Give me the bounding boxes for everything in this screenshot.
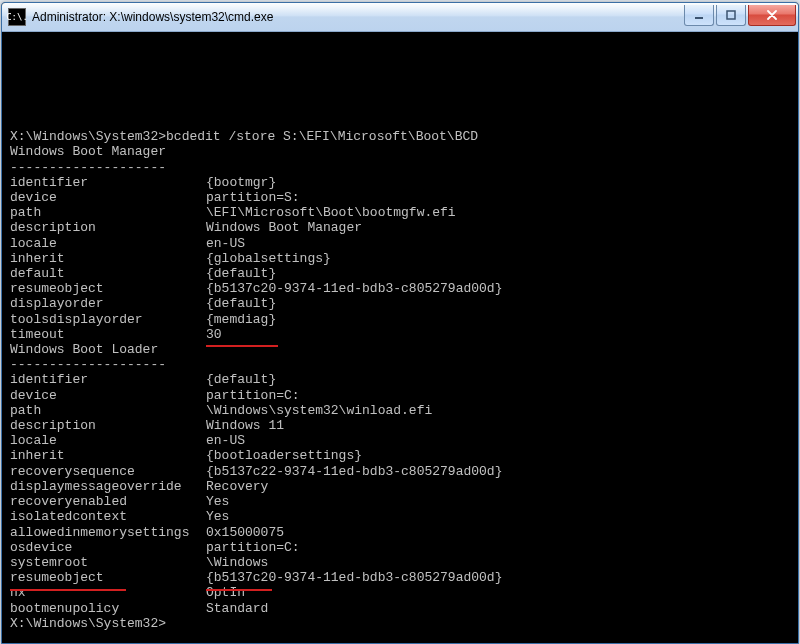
svg-rect-1 [727,11,735,19]
kv-key: identifier [10,175,206,190]
kv-row: resumeobject{b5137c20-9374-11ed-bdb3-c80… [10,281,790,296]
kv-row: recoverysequence{b5137c22-9374-11ed-bdb3… [10,464,790,479]
kv-key: description [10,418,206,433]
kv-row: displayorder{default} [10,296,790,311]
kv-key: identifier [10,372,206,387]
kv-row: isolatedcontextYes [10,509,790,524]
kv-value: OptIn [206,585,245,600]
kv-row: identifier{bootmgr} [10,175,790,190]
titlebar[interactable]: C:\. Administrator: X:\windows\system32\… [2,3,798,32]
kv-row: identifier{default} [10,372,790,387]
kv-key: description [10,220,206,235]
kv-value: {globalsettings} [206,251,331,266]
kv-value: \EFI\Microsoft\Boot\bootmgfw.efi [206,205,456,220]
kv-row: descriptionWindows 11 [10,418,790,433]
maximize-icon [726,10,736,20]
kv-value: 0x15000075 [206,525,284,540]
close-icon [766,10,778,20]
svg-rect-0 [695,17,703,19]
kv-row: recoveryenabledYes [10,494,790,509]
kv-value: partition=C: [206,540,300,555]
kv-value: en-US [206,236,245,251]
kv-row: default{default} [10,266,790,281]
kv-value: \Windows\system32\winload.efi [206,403,432,418]
kv-row: path\Windows\system32\winload.efi [10,403,790,418]
kv-row: descriptionWindows Boot Manager [10,220,790,235]
kv-row: localeen-US [10,236,790,251]
kv-value: Yes [206,509,229,524]
kv-key: recoveryenabled [10,494,206,509]
kv-row: systemroot\Windows [10,555,790,570]
kv-key: locale [10,236,206,251]
kv-value: partition=C: [206,388,300,403]
kv-row: nxOptIn [10,585,790,600]
kv-row: displaymessageoverrideRecovery [10,479,790,494]
close-button[interactable] [748,5,796,26]
kv-row: path\EFI\Microsoft\Boot\bootmgfw.efi [10,205,790,220]
kv-row: devicepartition=S: [10,190,790,205]
kv-value: \Windows [206,555,268,570]
kv-value: partition=S: [206,190,300,205]
kv-key: displayorder [10,296,206,311]
kv-key: default [10,266,206,281]
kv-value: {b5137c20-9374-11ed-bdb3-c805279ad00d} [206,570,502,585]
kv-key: device [10,190,206,205]
kv-row: timeout30 [10,327,790,342]
kv-row: resumeobject{b5137c20-9374-11ed-bdb3-c80… [10,570,790,585]
window-title: Administrator: X:\windows\system32\cmd.e… [32,10,273,24]
kv-key: nx [10,585,206,600]
kv-key: locale [10,433,206,448]
kv-value: Windows 11 [206,418,284,433]
kv-key: toolsdisplayorder [10,312,206,327]
kv-key: timeout [10,327,206,342]
kv-row: inherit{bootloadersettings} [10,448,790,463]
window-buttons [682,5,796,25]
kv-value: en-US [206,433,245,448]
console-line: Windows Boot Manager [10,144,790,159]
console-line: X:\Windows\System32> [10,616,790,631]
kv-row: allowedinmemorysettings0x15000075 [10,525,790,540]
kv-key: inherit [10,448,206,463]
kv-value: {default} [206,372,276,387]
app-icon: C:\. [8,8,26,26]
kv-row: bootmenupolicyStandard [10,601,790,616]
console-output[interactable]: X:\Windows\System32>bcdedit /store S:\EF… [2,32,798,643]
kv-row: osdevicepartition=C: [10,540,790,555]
kv-value: {default} [206,296,276,311]
console-line: -------------------- [10,357,790,372]
kv-value: {bootloadersettings} [206,448,362,463]
window: C:\. Administrator: X:\windows\system32\… [1,2,799,644]
kv-row: inherit{globalsettings} [10,251,790,266]
kv-key: displaymessageoverride [10,479,206,494]
kv-row: localeen-US [10,433,790,448]
console-line: -------------------- [10,160,790,175]
kv-value: Windows Boot Manager [206,220,362,235]
kv-value: Recovery [206,479,268,494]
kv-key: path [10,403,206,418]
kv-key: path [10,205,206,220]
maximize-button[interactable] [716,5,746,26]
kv-value: {memdiag} [206,312,276,327]
kv-key: resumeobject [10,570,206,585]
kv-key: recoverysequence [10,464,206,479]
kv-value: {b5137c22-9374-11ed-bdb3-c805279ad00d} [206,464,502,479]
kv-value: Standard [206,601,268,616]
kv-key: inherit [10,251,206,266]
kv-key: allowedinmemorysettings [10,525,206,540]
kv-value: {default} [206,266,276,281]
console-line: X:\Windows\System32>bcdedit /store S:\EF… [10,129,790,144]
kv-key: device [10,388,206,403]
kv-key: systemroot [10,555,206,570]
kv-key: isolatedcontext [10,509,206,524]
kv-key: osdevice [10,540,206,555]
kv-value: {bootmgr} [206,175,276,190]
kv-row: toolsdisplayorder{memdiag} [10,312,790,327]
minimize-button[interactable] [684,5,714,26]
kv-value: Yes [206,494,229,509]
kv-row: devicepartition=C: [10,388,790,403]
kv-key: bootmenupolicy [10,601,206,616]
kv-value: {b5137c20-9374-11ed-bdb3-c805279ad00d} [206,281,502,296]
minimize-icon [694,10,704,20]
kv-value: 30 [206,327,222,342]
console-line: Windows Boot Loader [10,342,790,357]
